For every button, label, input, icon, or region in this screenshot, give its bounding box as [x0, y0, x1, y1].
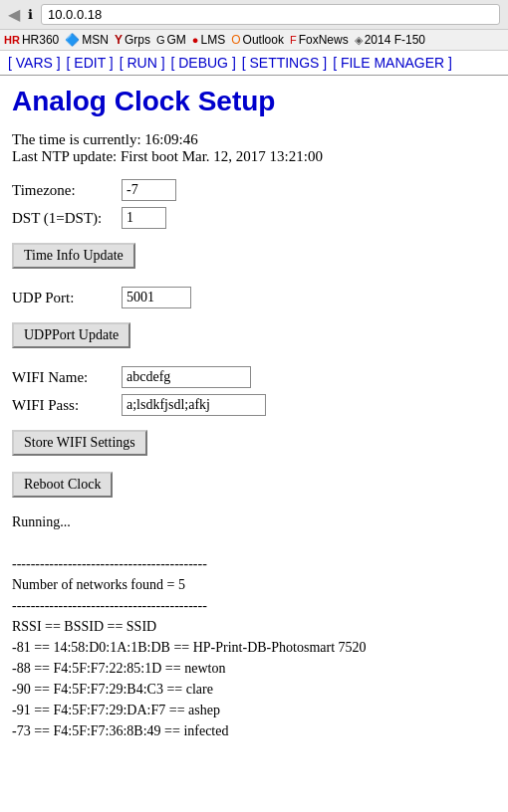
hr360-icon: HR — [4, 34, 20, 46]
bookmark-lms-label: LMS — [201, 33, 226, 47]
bookmarks-bar: HR HR360 🔷 MSN Y Grps G GM ● LMS O Outlo… — [0, 30, 508, 51]
dst-label: DST (1=DST): — [12, 210, 122, 227]
back-button[interactable]: ◀ — [8, 5, 20, 24]
udp-port-label: UDP Port: — [12, 290, 122, 306]
dst-input[interactable] — [122, 207, 166, 229]
browser-bar: ◀ ℹ 10.0.0.18 — [0, 0, 508, 30]
bookmark-hr360-label: HR360 — [22, 33, 59, 47]
wifi-pass-label: WIFI Pass: — [12, 397, 122, 414]
ntp-update: Last NTP update: First boot Mar. 12, 201… — [12, 148, 496, 165]
nav-edit[interactable]: [ EDIT ] — [67, 55, 114, 71]
udp-port-input[interactable] — [122, 287, 191, 308]
dst-row: DST (1=DST): — [12, 207, 496, 229]
nav-settings[interactable]: [ SETTINGS ] — [242, 55, 328, 71]
bookmark-msn[interactable]: 🔷 MSN — [65, 33, 109, 47]
main-content: Analog Clock Setup The time is currently… — [0, 76, 508, 751]
page-title: Analog Clock Setup — [12, 86, 496, 117]
store-wifi-button[interactable]: Store WIFI Settings — [12, 430, 147, 456]
bookmark-outlook[interactable]: O Outlook — [231, 33, 284, 47]
bookmark-msn-label: MSN — [82, 33, 109, 47]
gm-icon: G — [156, 34, 165, 46]
time-info-update-button[interactable]: Time Info Update — [12, 243, 135, 269]
bookmark-grps[interactable]: Y Grps — [115, 33, 150, 47]
bookmark-lms[interactable]: ● LMS — [192, 33, 225, 47]
page-nav: [ VARS ] [ EDIT ] [ RUN ] [ DEBUG ] [ SE… — [0, 51, 508, 76]
bookmark-foxnews[interactable]: F FoxNews — [290, 33, 349, 47]
url-bar[interactable]: 10.0.0.18 — [41, 4, 500, 25]
f150-icon: ◈ — [355, 34, 363, 47]
time-update-section: Time Info Update — [12, 235, 496, 277]
lms-icon: ● — [192, 34, 199, 46]
nav-debug[interactable]: [ DEBUG ] — [170, 55, 235, 71]
wifi-name-row: WIFI Name: — [12, 366, 496, 388]
foxnews-icon: F — [290, 34, 297, 46]
timezone-input[interactable] — [122, 179, 176, 201]
store-wifi-section: Store WIFI Settings — [12, 422, 496, 464]
outlook-icon: O — [231, 33, 240, 47]
bookmark-f150-label: 2014 F-150 — [365, 33, 425, 47]
bookmark-gm-label: GM — [167, 33, 186, 47]
bookmark-hr360[interactable]: HR HR360 — [4, 33, 59, 47]
wifi-name-input[interactable] — [122, 366, 251, 388]
wifi-name-label: WIFI Name: — [12, 369, 122, 386]
time-info: The time is currently: 16:09:46 Last NTP… — [12, 131, 496, 165]
output-text: Running... -----------------------------… — [12, 511, 496, 741]
bookmark-foxnews-label: FoxNews — [299, 33, 349, 47]
timezone-label: Timezone: — [12, 182, 122, 199]
wifi-pass-input[interactable] — [122, 394, 266, 416]
current-time: The time is currently: 16:09:46 — [12, 131, 496, 148]
wifi-pass-row: WIFI Pass: — [12, 394, 496, 416]
bookmark-grps-label: Grps — [125, 33, 150, 47]
bookmark-gm[interactable]: G GM — [156, 33, 186, 47]
info-icon: ℹ — [28, 7, 33, 22]
grps-icon: Y — [115, 33, 123, 47]
bookmark-f150[interactable]: ◈ 2014 F-150 — [355, 33, 425, 47]
udp-port-update-button[interactable]: UDPPort Update — [12, 322, 130, 348]
reboot-clock-button[interactable]: Reboot Clock — [12, 472, 113, 498]
nav-vars[interactable]: [ VARS ] — [8, 55, 61, 71]
nav-file-manager[interactable]: [ FILE MANAGER ] — [333, 55, 452, 71]
reboot-section: Reboot Clock — [12, 464, 496, 506]
nav-run[interactable]: [ RUN ] — [120, 55, 165, 71]
udp-port-row: UDP Port: — [12, 287, 496, 308]
bookmark-outlook-label: Outlook — [243, 33, 284, 47]
timezone-row: Timezone: — [12, 179, 496, 201]
udp-update-section: UDPPort Update — [12, 314, 496, 356]
msn-icon: 🔷 — [65, 33, 80, 47]
